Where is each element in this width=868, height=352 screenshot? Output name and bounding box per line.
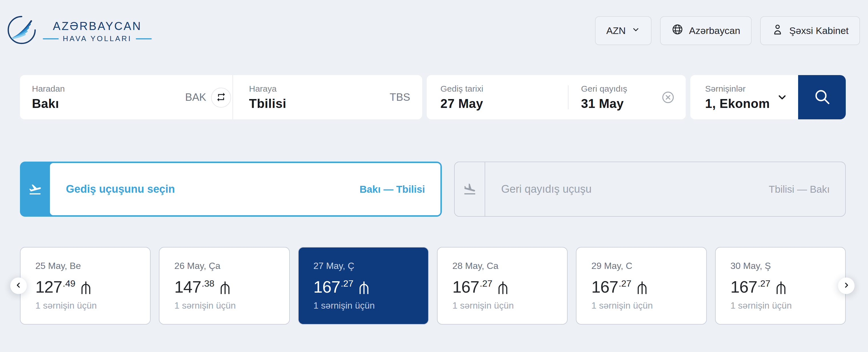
manat-sign-icon xyxy=(637,282,648,295)
passengers-field[interactable]: Sərnişinlər 1, Ekonom xyxy=(690,75,798,119)
destination-value: Tbilisi xyxy=(249,96,286,111)
chevron-down-icon xyxy=(631,25,640,36)
logo-line1: AZƏRBAYCAN xyxy=(53,20,142,33)
price-decimals: .27 xyxy=(341,278,353,289)
tab-outbound-body: Gediş uçuşunu seçin Bakı — Tbilisi xyxy=(50,163,440,215)
date-card-note: 1 sərnişin üçün xyxy=(731,300,845,311)
account-label: Şəxsi Kabinet xyxy=(789,25,848,36)
header: AZƏRBAYCAN HAVA YOLLARI AZN xyxy=(6,15,860,46)
globe-icon xyxy=(672,23,683,38)
header-actions: AZN Azərbaycan xyxy=(595,16,860,45)
depart-date-value: 27 May xyxy=(440,96,483,111)
date-card-note: 1 sərnişin üçün xyxy=(174,300,289,311)
origin-label: Haradan xyxy=(32,84,65,94)
depart-date-label: Gediş tarixi xyxy=(440,84,483,94)
currency-label: AZN xyxy=(607,25,626,36)
price-decimals: .27 xyxy=(480,278,492,289)
swap-icon xyxy=(216,92,226,104)
price-integer: 147 xyxy=(174,278,201,295)
tab-outbound-title: Gediş uçuşunu seçin xyxy=(66,183,175,195)
date-card-price: 167.27 xyxy=(591,278,706,295)
logo-wordmark: AZƏRBAYCAN HAVA YOLLARI xyxy=(43,20,152,43)
flight-land-icon xyxy=(455,162,485,216)
date-card[interactable]: 26 May, Ça 147.38 1 sərnişin üçün xyxy=(159,247,289,325)
date-card-note: 1 sərnişin üçün xyxy=(453,300,567,311)
date-card-label: 26 May, Ça xyxy=(174,261,289,271)
date-card-note: 1 sərnişin üçün xyxy=(35,300,150,311)
return-date-value: 31 May xyxy=(581,96,627,111)
date-card[interactable]: 27 May, Ç 167.27 1 sərnişin üçün xyxy=(298,247,429,325)
date-card[interactable]: 29 May, C 167.27 1 sərnişin üçün xyxy=(576,247,707,325)
date-card-price: 167.27 xyxy=(731,278,845,295)
date-card-price: 167.27 xyxy=(313,278,428,295)
price-integer: 167 xyxy=(313,278,340,295)
search-icon xyxy=(813,88,831,107)
date-card-label: 27 May, Ç xyxy=(313,261,428,271)
date-card-row: 25 May, Be 127.49 1 sərnişin üçün 26 May… xyxy=(20,247,846,325)
chevron-down-icon xyxy=(776,92,788,103)
origin-value: Bakı xyxy=(32,96,65,111)
destination-airport-code: TBS xyxy=(390,91,410,104)
search-flights-button[interactable] xyxy=(798,75,846,119)
azal-logo: AZƏRBAYCAN HAVA YOLLARI xyxy=(6,14,152,47)
clear-return-date-button[interactable] xyxy=(661,90,675,104)
direction-tabs: Gediş uçuşunu seçin Bakı — Tbilisi Geri … xyxy=(20,162,846,217)
price-decimals: .49 xyxy=(63,278,75,289)
manat-sign-icon xyxy=(359,282,369,295)
currency-selector[interactable]: AZN xyxy=(595,16,651,45)
tab-outbound-route: Bakı — Tbilisi xyxy=(360,183,425,195)
chevron-right-icon xyxy=(843,282,850,290)
locations-block: Haradan Bakı BAK Haraya Tbilisi TBS xyxy=(20,75,422,119)
tab-inbound-title: Geri qayıdış uçuşu xyxy=(501,183,592,195)
tab-inbound[interactable]: Geri qayıdış uçuşu Tbilisi — Bakı xyxy=(454,162,846,217)
passengers-value: 1, Ekonom xyxy=(705,96,770,111)
language-selector[interactable]: Azərbaycan xyxy=(660,16,752,45)
carousel-prev-button[interactable] xyxy=(10,277,27,294)
passengers-label: Sərnişinlər xyxy=(705,84,770,94)
language-label: Azərbaycan xyxy=(689,25,741,36)
manat-sign-icon xyxy=(220,282,230,295)
logo-line2: HAVA YOLLARI xyxy=(43,34,152,43)
tab-inbound-body: Geri qayıdış uçuşu Tbilisi — Bakı xyxy=(485,162,845,216)
carousel-next-button[interactable] xyxy=(838,277,855,294)
price-decimals: .27 xyxy=(619,278,631,289)
flight-search-bar: Haradan Bakı BAK Haraya Tbilisi TBS xyxy=(20,75,846,119)
return-date-label: Geri qayıdış xyxy=(581,84,627,94)
logo-line2-text: HAVA YOLLARI xyxy=(63,34,132,43)
date-card-price: 167.27 xyxy=(453,278,567,295)
flight-takeoff-icon xyxy=(20,162,50,217)
manat-sign-icon xyxy=(497,282,508,295)
depart-date-field[interactable]: Gediş tarixi 27 May xyxy=(427,75,568,119)
date-card-note: 1 sərnişin üçün xyxy=(313,300,428,311)
date-card[interactable]: 28 May, Ca 167.27 1 sərnişin üçün xyxy=(437,247,568,325)
account-button[interactable]: Şəxsi Kabinet xyxy=(760,16,860,45)
date-card[interactable]: 30 May, Ş 167.27 1 sərnişin üçün xyxy=(715,247,846,325)
page: AZƏRBAYCAN HAVA YOLLARI AZN xyxy=(0,0,868,352)
tab-inbound-route: Tbilisi — Bakı xyxy=(769,183,830,195)
date-card-price: 127.49 xyxy=(35,278,150,295)
price-integer: 127 xyxy=(35,278,62,295)
price-integer: 167 xyxy=(453,278,479,295)
origin-airport-code: BAK xyxy=(185,91,206,104)
price-decimals: .27 xyxy=(757,278,770,289)
price-integer: 167 xyxy=(591,278,618,295)
tab-outbound[interactable]: Gediş uçuşunu seçin Bakı — Tbilisi xyxy=(20,162,442,217)
date-card[interactable]: 25 May, Be 127.49 1 sərnişin üçün xyxy=(20,247,151,325)
date-card-label: 29 May, C xyxy=(591,261,706,271)
price-integer: 167 xyxy=(731,278,757,295)
person-icon xyxy=(772,23,783,38)
date-card-price: 147.38 xyxy=(174,278,289,295)
passengers-search-block: Sərnişinlər 1, Ekonom xyxy=(690,75,846,119)
date-card-label: 28 May, Ca xyxy=(453,261,567,271)
manat-sign-icon xyxy=(81,282,91,295)
date-card-note: 1 sərnişin üçün xyxy=(591,300,706,311)
swap-direction-button[interactable] xyxy=(211,88,231,108)
logo-dash-right xyxy=(136,38,152,39)
destination-label: Haraya xyxy=(249,84,286,94)
dates-block: Gediş tarixi 27 May Geri qayıdış 31 May xyxy=(427,75,686,119)
destination-field[interactable]: Haraya Tbilisi TBS xyxy=(232,75,422,119)
logo-dash-left xyxy=(43,38,59,39)
date-card-label: 25 May, Be xyxy=(35,261,150,271)
return-date-field[interactable]: Geri qayıdış 31 May xyxy=(568,75,686,119)
origin-field[interactable]: Haradan Bakı BAK xyxy=(20,75,232,119)
